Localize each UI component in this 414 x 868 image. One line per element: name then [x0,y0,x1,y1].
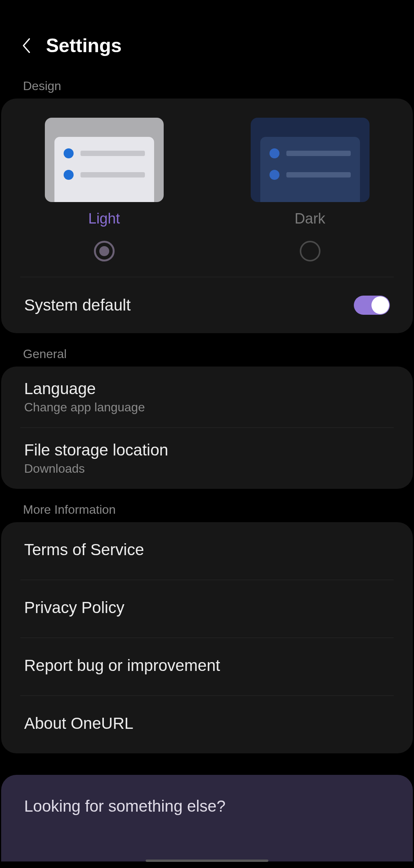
privacy-row[interactable]: Privacy Policy [1,580,413,638]
section-header-general: General [0,333,414,367]
back-icon[interactable] [19,38,34,53]
storage-subtitle: Downloads [24,462,390,476]
footer-card[interactable]: Looking for something else? [1,775,413,861]
radio-light[interactable] [94,241,115,261]
home-indicator[interactable] [146,860,268,862]
about-title: About OneURL [24,714,390,733]
system-default-toggle[interactable] [354,296,390,315]
section-header-design: Design [0,72,414,99]
page-title: Settings [46,35,122,57]
terms-title: Terms of Service [24,541,390,559]
radio-dark[interactable] [300,241,320,261]
terms-row[interactable]: Terms of Service [1,522,413,580]
system-default-row[interactable]: System default [1,277,413,333]
about-row[interactable]: About OneURL [1,696,413,753]
report-row[interactable]: Report bug or improvement [1,638,413,695]
storage-row[interactable]: File storage location Downloads [1,428,413,489]
theme-option-dark[interactable]: Dark [207,118,413,261]
theme-label-light: Light [88,210,120,227]
system-default-label: System default [24,296,131,314]
more-info-card: Terms of Service Privacy Policy Report b… [1,522,413,753]
theme-preview-light [45,118,164,202]
theme-preview-dark [251,118,370,202]
section-header-more-info: More Information [0,489,414,522]
general-card: Language Change app language File storag… [1,367,413,489]
footer-text: Looking for something else? [24,797,390,815]
storage-title: File storage location [24,441,390,459]
report-title: Report bug or improvement [24,656,390,675]
theme-label-dark: Dark [294,210,325,227]
language-title: Language [24,380,390,398]
theme-option-light[interactable]: Light [1,118,207,261]
privacy-title: Privacy Policy [24,598,390,617]
design-card: Light Dark System default [1,99,413,333]
language-row[interactable]: Language Change app language [1,367,413,427]
language-subtitle: Change app language [24,400,390,414]
